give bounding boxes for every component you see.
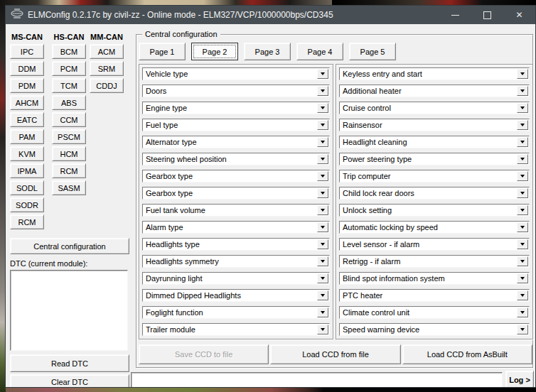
module-button-abs[interactable]: ABS <box>52 95 86 110</box>
combo-doors[interactable]: Doors <box>142 85 330 97</box>
module-button-bcm[interactable]: BCM <box>52 44 86 59</box>
module-button-pam[interactable]: PAM <box>10 129 44 144</box>
combo-keyless-entry-and-start[interactable]: Keyless entry and start <box>339 67 530 80</box>
combo-fuel-type[interactable]: Fuel type <box>142 119 330 131</box>
load-ccd-from-file-button[interactable]: Load CCD from file <box>270 344 400 364</box>
combo-retrigg-if-alarm[interactable]: Retrigg - if alarm <box>339 255 530 268</box>
dropdown-button[interactable] <box>317 120 328 130</box>
module-button-pcm[interactable]: PCM <box>52 61 86 76</box>
combo-cruise-control[interactable]: Cruise control <box>339 102 530 114</box>
combo-fuel-tank-volume[interactable]: Fuel tank volume <box>142 204 330 217</box>
clear-dtc-button[interactable]: Clear DTC <box>10 374 129 388</box>
combo-ptc-heater[interactable]: PTC heater <box>339 289 530 302</box>
module-button-ipc[interactable]: IPC <box>10 44 44 59</box>
module-button-sodr[interactable]: SODR <box>10 197 44 212</box>
combo-automatic-locking-by-speed[interactable]: Automatic locking by speed <box>339 221 530 234</box>
dropdown-button[interactable] <box>317 273 328 283</box>
combo-alarm-type[interactable]: Alarm type <box>142 221 330 234</box>
dropdown-button[interactable] <box>517 307 528 317</box>
combo-climate-control-unit[interactable]: Climate control unit <box>339 306 530 319</box>
combo-foglight-function[interactable]: Foglight function <box>142 306 330 319</box>
combo-level-sensor-if-alarm[interactable]: Level sensor - if alarm <box>339 238 530 251</box>
dropdown-button[interactable] <box>317 154 328 164</box>
dropdown-button[interactable] <box>317 290 328 300</box>
dropdown-button[interactable] <box>317 188 328 198</box>
combo-unlock-setting[interactable]: Unlock setting <box>339 204 530 217</box>
combo-trip-computer[interactable]: Trip computer <box>339 170 530 183</box>
module-button-acm[interactable]: ACM <box>90 44 124 59</box>
tab-page-5[interactable]: Page 5 <box>349 43 396 60</box>
log-button[interactable]: Log > <box>505 371 534 388</box>
dropdown-button[interactable] <box>517 205 528 215</box>
dropdown-button[interactable] <box>517 239 528 249</box>
combo-engine-type[interactable]: Engine type <box>142 102 330 114</box>
module-button-srm[interactable]: SRM <box>90 61 124 76</box>
central-configuration-button[interactable]: Central configuration <box>10 238 129 254</box>
read-dtc-button[interactable]: Read DTC <box>10 354 129 372</box>
minimize-button[interactable] <box>439 6 471 24</box>
module-button-pscm[interactable]: PSCM <box>52 129 86 144</box>
tab-page-2[interactable]: Page 2 <box>191 43 238 60</box>
combo-gearbox-type-1[interactable]: Gearbox type <box>142 170 330 183</box>
dropdown-button[interactable] <box>517 137 528 147</box>
module-button-tcm[interactable]: TCM <box>52 78 86 93</box>
dropdown-button[interactable] <box>317 256 328 266</box>
module-button-rcm-ms[interactable]: RCM <box>10 214 44 229</box>
dropdown-button[interactable] <box>517 273 528 283</box>
dropdown-button[interactable] <box>517 290 528 300</box>
module-button-sasm[interactable]: SASM <box>52 180 86 195</box>
dropdown-button[interactable] <box>317 69 328 79</box>
module-button-ddm[interactable]: DDM <box>10 61 44 76</box>
dtc-list[interactable] <box>10 270 128 351</box>
load-ccd-from-asbuilt-button[interactable]: Load CCD from AsBuilt <box>402 344 532 364</box>
module-button-ahcm[interactable]: AHCM <box>10 95 44 110</box>
dropdown-button[interactable] <box>517 188 528 198</box>
dropdown-button[interactable] <box>317 137 328 147</box>
dropdown-button[interactable] <box>317 205 328 215</box>
tab-page-4[interactable]: Page 4 <box>296 43 343 60</box>
dropdown-button[interactable] <box>517 325 528 334</box>
combo-headlights-type[interactable]: Headlights type <box>142 238 330 251</box>
combo-steering-wheel-position[interactable]: Steering wheel position <box>142 153 330 165</box>
dropdown-button[interactable] <box>517 171 528 181</box>
close-button[interactable]: ✕ <box>503 6 535 24</box>
module-button-cddj[interactable]: CDDJ <box>90 78 124 93</box>
module-button-sodl[interactable]: SODL <box>10 180 44 195</box>
module-button-pdm[interactable]: PDM <box>10 78 44 93</box>
dropdown-button[interactable] <box>317 222 328 232</box>
combo-vehicle-type[interactable]: Vehicle type <box>142 67 330 80</box>
combo-blind-spot-information-system[interactable]: Blind spot information system <box>339 272 530 285</box>
dropdown-button[interactable] <box>317 171 328 181</box>
dropdown-button[interactable] <box>317 325 328 334</box>
module-button-rcm-hs[interactable]: RCM <box>52 163 86 178</box>
combo-child-lock-rear-doors[interactable]: Child lock rear doors <box>339 187 530 200</box>
module-button-kvm[interactable]: KVM <box>10 146 44 161</box>
combo-power-steering-type[interactable]: Power steering type <box>339 153 530 165</box>
combo-dimmed-dipped-headlights[interactable]: Dimmed Dipped Headlights <box>142 289 330 302</box>
maximize-button[interactable] <box>471 6 503 24</box>
module-button-ipma[interactable]: IPMA <box>10 163 44 178</box>
dropdown-button[interactable] <box>317 307 328 317</box>
module-button-eatc[interactable]: EATC <box>10 112 44 127</box>
combo-alternator-type[interactable]: Alternator type <box>142 136 330 148</box>
combo-headlights-symmetry[interactable]: Headlights symmetry <box>142 255 330 268</box>
tab-page-1[interactable]: Page 1 <box>139 43 186 60</box>
combo-gearbox-type-2[interactable]: Gearbox type <box>142 187 330 200</box>
dropdown-button[interactable] <box>317 239 328 249</box>
dropdown-button[interactable] <box>517 69 528 79</box>
module-button-ccm[interactable]: CCM <box>52 112 86 127</box>
dropdown-button[interactable] <box>317 86 328 96</box>
combo-trailer-module[interactable]: Trailer module <box>142 323 330 336</box>
dropdown-button[interactable] <box>517 103 528 113</box>
combo-speed-warning-device[interactable]: Speed warning device <box>339 323 530 336</box>
dropdown-button[interactable] <box>517 154 528 164</box>
combo-additional-heater[interactable]: Additional heater <box>339 85 530 97</box>
module-button-hcm[interactable]: HCM <box>52 146 86 161</box>
dropdown-button[interactable] <box>517 120 528 130</box>
dropdown-button[interactable] <box>517 222 528 232</box>
status-input[interactable] <box>131 372 503 388</box>
combo-dayrunning-light[interactable]: Dayrunning light <box>142 272 330 285</box>
tab-page-3[interactable]: Page 3 <box>244 43 291 60</box>
dropdown-button[interactable] <box>517 256 528 266</box>
combo-rainsensor[interactable]: Rainsensor <box>339 119 530 131</box>
